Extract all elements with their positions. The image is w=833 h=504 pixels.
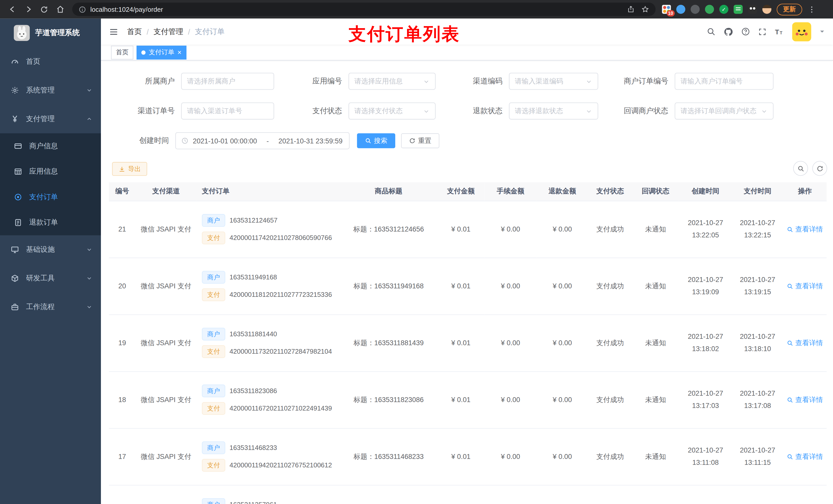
app-id-select[interactable]: 请选择应用信息 [349,73,436,90]
extension-icon-1[interactable]: 10 [662,5,671,14]
bank-card-icon [14,142,22,150]
browser-menu-icon[interactable] [807,5,816,14]
sidebar-item-workflow[interactable]: 工作流程 [0,293,101,321]
search-button[interactable]: 搜索 [357,134,395,148]
browser-window: localhost:1024/pay/order 10 ✓ 更新 [0,0,833,504]
breadcrumb-pay[interactable]: 支付管理 [153,27,183,37]
view-detail-link[interactable]: 查看详情 [787,338,823,347]
col-actions: 操作 [783,182,827,201]
chevron-down-icon [423,78,430,85]
sidebar-item-app-info[interactable]: 应用信息 [0,159,101,184]
sidebar-item-label: 研发工具 [26,273,55,283]
sidebar-item-infra[interactable]: 基础设施 [0,235,101,264]
toggle-search-button[interactable] [793,161,808,176]
refresh-button[interactable] [812,161,827,176]
sidebar-item-refund-order[interactable]: 退款订单 [0,210,101,235]
chevron-down-icon [86,246,93,253]
pay-tag: 支付 [202,402,225,415]
sidebar-item-pay[interactable]: 支付管理 [0,105,101,134]
search-icon[interactable] [707,27,715,36]
filter-pay-status: 支付状态 请选择支付状态 [273,102,436,119]
github-icon[interactable] [723,27,733,37]
col-pay-time: 支付时间 [732,182,783,201]
chevron-down-icon [86,275,93,282]
font-size-icon[interactable]: TT [775,27,784,37]
tab-pay-order[interactable]: 支付订单 × [137,45,186,59]
browser-address-bar[interactable]: localhost:1024/pay/order [72,3,656,16]
sidebar-submenu-pay: 商户信息 应用信息 支付订单 [0,134,101,235]
browser-reload-button[interactable] [37,2,51,16]
col-id: 编号 [109,182,136,201]
user-avatar[interactable] [792,22,811,41]
extension-icon-6[interactable] [734,5,743,14]
extension-icon-4[interactable] [705,5,714,14]
share-icon[interactable] [627,5,635,13]
app-logo[interactable]: 芋道管理系统 [0,19,101,47]
browser-forward-button[interactable] [21,2,35,16]
reset-button[interactable]: 重置 [401,134,439,148]
browser-back-button[interactable] [5,2,19,16]
profile-avatar-icon[interactable] [762,5,771,14]
channel-code-select[interactable]: 请输入渠道编码 [509,73,598,90]
grid-icon [14,167,22,176]
table-row: 21 微信 JSAPI 支付 商户1635312124657 支付4200001… [109,201,827,258]
hamburger-icon[interactable] [109,27,118,37]
pay-tag: 支付 [202,345,225,358]
col-notify: 回调状态 [632,182,679,201]
sidebar-item-home[interactable]: 首页 [0,47,101,76]
table-row: 20 微信 JSAPI 支付 商户1635311949168 支付4200001… [109,258,827,314]
sidebar-item-system[interactable]: 系统管理 [0,76,101,105]
extension-icon-7[interactable] [748,5,757,14]
merchant-order-no-input[interactable]: 请输入商户订单编号 [675,73,774,90]
refund-status-select[interactable]: 请选择退款状态 [509,102,598,119]
table-row: 19 微信 JSAPI 支付 商户1635311881440 支付4200001… [109,314,827,371]
tab-home[interactable]: 首页 [111,45,133,59]
col-order: 支付订单 [196,182,340,201]
document-icon [14,218,22,226]
chevron-down-icon [761,107,768,115]
browser-home-button[interactable] [53,2,67,16]
extension-icon-5[interactable]: ✓ [719,5,728,14]
extension-icon-3[interactable] [691,5,699,14]
monitor-icon [10,245,19,254]
help-icon[interactable] [741,27,750,36]
table-header-row: 编号 支付渠道 支付订单 商品标题 支付金额 手续金额 退款金额 支付状态 回调… [109,182,827,201]
page-content: 所属商户 请选择所属商户 应用编号 请选择应用信息 渠道编码 请输入渠道编码 [101,61,833,504]
merchant-select[interactable]: 请选择所属商户 [181,73,274,90]
filter-create-time: 创建时间 2021-10-01 00:00:00 - 2021-10-31 23… [101,132,350,149]
sidebar-item-label: 工作流程 [26,302,55,312]
export-button[interactable]: 导出 [112,162,147,176]
table-row: 商户1635311357961 支付 [109,485,827,504]
browser-chrome: localhost:1024/pay/order 10 ✓ 更新 [0,0,833,19]
briefcase-icon [10,303,19,311]
view-detail-link[interactable]: 查看详情 [787,281,823,291]
channel-order-no-input[interactable]: 请输入渠道订单号 [181,102,274,119]
breadcrumb-home[interactable]: 首页 [127,27,142,37]
extension-icon-2[interactable] [676,5,685,14]
sidebar-item-label: 应用信息 [29,167,58,176]
col-create-time: 创建时间 [679,182,732,201]
site-info-icon[interactable] [79,6,86,13]
sidebar-item-pay-order[interactable]: 支付订单 [0,184,101,210]
view-detail-link[interactable]: 查看详情 [787,452,823,461]
pay-status-select[interactable]: 请选择支付状态 [349,102,436,119]
caret-down-icon[interactable] [819,29,825,34]
close-icon[interactable]: × [177,49,182,56]
bookmark-star-icon[interactable] [641,5,649,13]
view-detail-link[interactable]: 查看详情 [787,395,823,404]
col-amount: 支付金额 [437,182,485,201]
browser-update-button[interactable]: 更新 [777,3,802,15]
app-title: 芋道管理系统 [35,28,80,38]
gear-icon [10,86,19,95]
table-row: 17 微信 JSAPI 支付 商户1635311468233 支付4200001… [109,428,827,485]
sidebar-item-devtools[interactable]: 研发工具 [0,264,101,293]
date-range-picker[interactable]: 2021-10-01 00:00:00 - 2021-10-31 23:59:5… [175,132,349,149]
filter-row-1: 所属商户 请选择所属商户 应用编号 请选择应用信息 渠道编码 请输入渠道编码 [101,73,833,90]
filter-app-id: 应用编号 请选择应用信息 [273,73,436,90]
col-status: 支付状态 [588,182,632,201]
sidebar-item-merchant-info[interactable]: 商户信息 [0,134,101,159]
sidebar-item-label: 商户信息 [29,141,58,151]
view-detail-link[interactable]: 查看详情 [787,224,823,234]
fullscreen-icon[interactable] [758,27,767,36]
notify-status-select[interactable]: 请选择订单回调商户状态 [675,102,774,119]
